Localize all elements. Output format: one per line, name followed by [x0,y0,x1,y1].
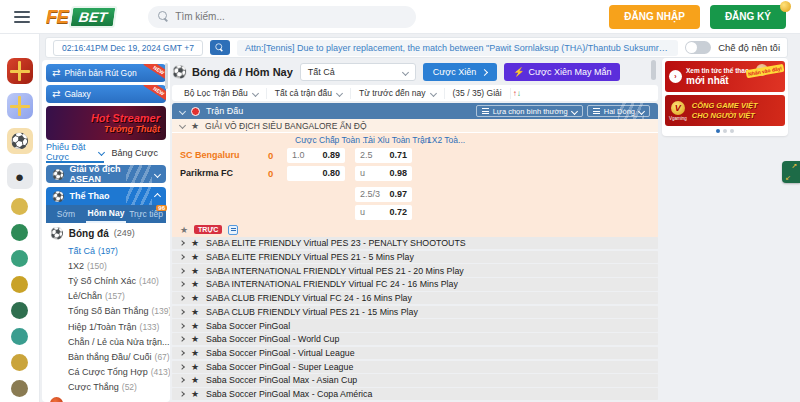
league-row[interactable]: ★ Saba Soccer PinGoal - Super League [172,361,658,373]
login-button[interactable]: ĐĂNG NHẬP [609,5,700,29]
star-icon[interactable]: ★ [191,389,199,399]
pool-ball-icon[interactable]: ● [7,163,33,189]
col-1x2[interactable]: 1X2 Toà... [427,135,465,145]
league-row[interactable]: ★ SABA CLUB FRIENDLY Virtual FC 24 - 16 … [172,292,658,304]
normal-selection-dropdown[interactable]: Lựa chọn bình thường [476,105,583,117]
globe-icon[interactable] [11,224,28,241]
card-game-icon[interactable] [11,250,28,267]
two-line-dropdown[interactable]: Hai Dòng [587,105,650,117]
tab-bet-board[interactable]: Bảng Cược [104,148,166,158]
over-odds-cell[interactable]: 2.5/3 0.97 [355,187,412,202]
chevron-right-icon[interactable] [179,240,185,246]
bet-type-item[interactable]: Hiệp 1/Toàn Trận (133) [46,319,166,334]
bet-type-item[interactable]: Cược Thắng (52) [46,380,166,395]
handicap-odds-cell[interactable]: 1.0 0.89 [287,148,345,163]
chevron-right-icon[interactable] [179,254,185,260]
time-tab[interactable]: Trực tiếp 96 [126,205,166,223]
league-row[interactable]: ★ Saba Soccer PinGoal - Virtual League [172,347,658,359]
vgaming-banner[interactable]: V Vgaming CỔNG GAME VIỆT CHO NGƯỜI VIỆT [665,95,785,126]
star-icon[interactable]: ★ [191,279,199,289]
col-over-under[interactable]: Tài Xỉu Toàn Trận [363,135,429,145]
news-banner[interactable]: › Xem tin tức thể thao mới nhất Nhấn vào… [665,61,785,92]
star-icon[interactable]: ★ [191,252,199,262]
star-icon[interactable]: ★ [191,121,199,131]
chevron-down-icon[interactable] [179,107,186,114]
time-tab[interactable]: Sớm [46,205,86,223]
bet-type-item[interactable]: Bàn thắng Đầu/ Cuối (67) [46,349,166,364]
over-odds-cell[interactable]: 2.5 0.71 [355,148,412,163]
star-icon[interactable]: ★ [191,362,199,372]
chevron-right-icon[interactable] [179,309,185,315]
under-odds-cell[interactable]: u 0.98 [355,166,412,181]
star-icon[interactable]: ★ [191,348,199,358]
ticker-message[interactable]: Attn:[Tennis] Due to player replacement,… [237,40,678,56]
dark-mode-toggle[interactable] [685,41,711,54]
league-row[interactable]: ★ SABA ELITE FRIENDLY Virtual PES 23 - P… [172,237,658,249]
col-handicap[interactable]: Cược Chấp Toàn ... [295,135,369,145]
bet-type-item[interactable]: 1X2 (150) [46,258,166,273]
carousel-dot[interactable] [716,129,720,133]
bet-type-item[interactable]: Tỷ Số Chính Xác (140) [46,273,166,288]
star-icon[interactable]: ★ [191,266,199,276]
sort-icon[interactable]: ↑↓ [513,89,521,98]
shortcut-button[interactable]: ⇄ Galaxy NEW [46,85,166,103]
carousel-dot[interactable] [723,129,727,133]
league-row[interactable]: ★ SABA INTERNATIONAL FRIENDLY Virtual PE… [172,264,658,276]
league-row[interactable]: ★ SABA ELITE FRIENDLY Virtual PES 21 - 5… [172,251,658,263]
league-header[interactable]: ★ GIẢI VÔ ĐỊCH SIÊU BANGALORE ẤN ĐỘ [172,119,658,133]
time-tab[interactable]: Hôm Nay [86,205,126,223]
soccer-ball-icon[interactable]: ⚽ [7,128,33,154]
star-icon[interactable]: ★ [191,334,199,344]
chevron-right-icon[interactable] [179,364,185,370]
bet-type-item[interactable]: Chẵn / Lẻ của Nửa trận... (129) [46,334,166,349]
league-select[interactable]: Tất Cả [300,63,416,81]
match-filter-dropdown[interactable]: Bộ Lọc Trận Đấu [176,88,267,99]
shortcut-button[interactable]: ⇄ Phiên bản Rút Gọn NEW [46,64,166,82]
chevron-right-icon[interactable] [179,378,185,384]
league-row[interactable]: ★ SABA INTERNATIONAL FRIENDLY Virtual FC… [172,278,658,290]
star-icon[interactable]: ★ [180,225,188,235]
chevron-right-icon[interactable] [179,391,185,397]
slot-icon[interactable] [11,302,28,319]
chevron-right-icon[interactable] [179,336,185,342]
bet-type-item[interactable]: Cá Cược Tổng Hợp (413) [46,365,166,380]
streamer-banner[interactable]: Hot Streamer Tưởng Thuật [46,106,166,140]
menu-icon[interactable] [14,11,30,23]
chevron-right-icon[interactable] [179,282,185,288]
coin-icon[interactable] [11,354,28,371]
register-button[interactable]: ĐĂNG KÝ [710,5,786,29]
league-row[interactable]: ★ Saba Soccer PinGoal - World Cup [172,333,658,345]
search-bar[interactable] [148,6,416,28]
sidebar-scrollbar[interactable] [165,63,168,89]
expand-button[interactable]: ↗ ↙ [782,161,800,183]
ticker-search-button[interactable] [210,40,230,55]
febet-logo[interactable]: FE BET [46,6,116,28]
time-range-dropdown[interactable]: Từ trước đến nay [351,88,445,99]
league-row[interactable]: ★ Saba Soccer PinGoal Max - Copa América [172,388,658,400]
league-row[interactable]: ★ Saba Soccer PinGoal [172,319,658,331]
all-matches-dropdown[interactable]: Tất cả trận đấu [267,88,351,99]
dice-icon[interactable] [11,276,28,293]
search-input[interactable] [175,11,406,22]
chevron-right-icon[interactable] [179,323,185,329]
chevron-right-icon[interactable] [179,350,185,356]
promo-gift-icon[interactable] [7,58,33,84]
sports-section-bar[interactable]: ⚽ Thể Thao [46,187,166,205]
star-icon[interactable]: ★ [191,321,199,331]
bet-type-item[interactable]: Tất Cả (197) [46,243,166,258]
chevron-right-icon[interactable] [179,268,185,274]
star-icon[interactable]: ★ [191,307,199,317]
roulette-icon[interactable] [11,380,28,397]
list-icon[interactable] [228,225,238,235]
star-icon[interactable]: ★ [191,293,199,303]
carousel-dot[interactable] [730,129,734,133]
fish-icon[interactable] [11,328,28,345]
asean-league-bar[interactable]: ⚽ Giải vô địch ASEAN [46,165,166,183]
sport-football-row[interactable]: ⚽ Bóng đá (249) [46,223,166,243]
star-icon[interactable]: ★ [191,238,199,248]
ticket-icon[interactable] [11,198,28,215]
parlay-button[interactable]: Cược Xiên [423,63,497,81]
handicap-odds-cell[interactable]: 0.80 [287,166,345,181]
star-icon[interactable]: ★ [191,375,199,385]
gift-box-icon[interactable] [7,93,33,119]
